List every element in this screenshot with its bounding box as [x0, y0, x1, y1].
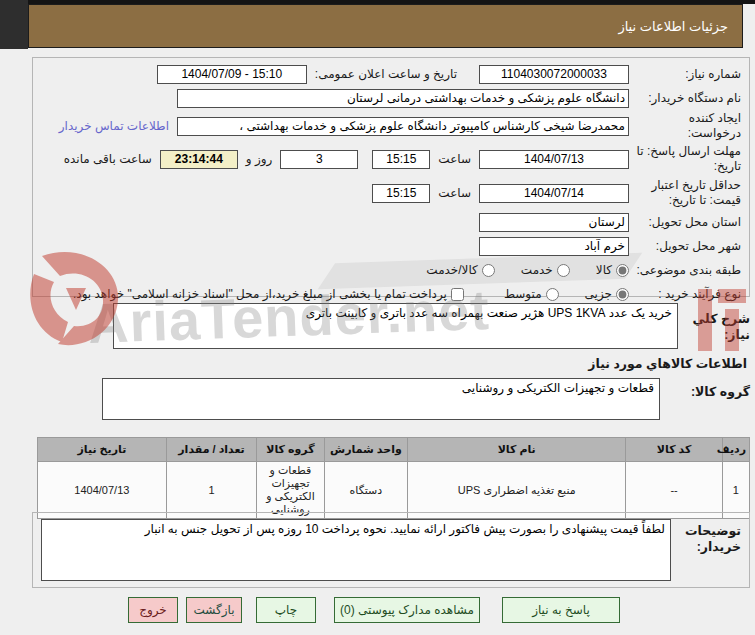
cell-item-name: منبع تغذیه اضطراری UPS: [408, 462, 626, 519]
cell-item-group: قطعات و تجهیزات الکتریکی و روشنایی: [257, 462, 324, 519]
col-unit: واحد شمارش: [324, 438, 407, 462]
days-and-label: روز و: [246, 152, 273, 166]
row-subject-category: طبقه بندی موضوعی: کالا خدمت کالا/خدمت: [39, 259, 741, 281]
request-creator-label: ایجاد کننده درخواست:: [629, 111, 741, 141]
window-frame-corner: [0, 0, 28, 49]
category-option-service[interactable]: خدمت: [521, 263, 570, 277]
category-goods-service-label: کالا/خدمت: [426, 263, 477, 277]
goods-group-textarea[interactable]: قطعات و تجهیزات الکتریکی و روشنایی: [102, 378, 660, 420]
cell-quantity: 1: [166, 462, 257, 519]
price-validity-label: حداقل تاریخ اعتبار قیمت: تا تاریخ:: [629, 178, 741, 208]
process-medium-radio[interactable]: [546, 288, 559, 301]
deadline-hour-label: ساعت: [438, 152, 471, 166]
col-row-number: ردیف: [722, 438, 749, 462]
buyer-notes-groupbox: توضیحات خریدار: لطفاً قیمت پیشنهادی را ب…: [32, 512, 750, 588]
process-medium-label: متوسط: [504, 287, 542, 301]
process-option-medium[interactable]: متوسط: [504, 287, 559, 301]
page-title: جزئیات اطلاعات نیاز: [618, 19, 728, 34]
exit-button[interactable]: خروج: [128, 597, 178, 623]
view-attachments-button[interactable]: مشاهده مدارک پیوستی (0): [334, 597, 480, 623]
need-description-section: شرح کلي نیاز: خرید یک عدد UPS 1KVA هژیر …: [32, 303, 750, 349]
row-response-deadline: مهلت ارسال پاسخ: تا تاریخ: ساعت روز و سا…: [39, 143, 741, 175]
back-button[interactable]: بازگشت: [186, 597, 242, 623]
need-description-label: شرح کلي نیاز:: [678, 303, 750, 349]
deadline-date-field[interactable]: [479, 150, 629, 169]
delivery-city-label: شهر محل تحویل:: [629, 239, 741, 254]
buyer-org-label: نام دستگاه خریدار:: [629, 91, 741, 106]
col-item-group: گروه کالا: [257, 438, 324, 462]
row-delivery-province: استان محل تحویل:: [39, 211, 741, 233]
cell-unit: دستگاه: [324, 462, 407, 519]
process-minor-radio[interactable]: [616, 288, 629, 301]
row-delivery-city: شهر محل تحویل:: [39, 235, 741, 257]
row-price-validity: حداقل تاریخ اعتبار قیمت: تا تاریخ: ساعت: [39, 177, 741, 209]
col-item-code: کد کالا: [626, 438, 723, 462]
category-option-goods-service[interactable]: کالا/خدمت: [426, 263, 494, 277]
respond-to-need-button[interactable]: پاسخ به نیاز: [502, 597, 620, 623]
col-need-date: تاریخ نیاز: [38, 438, 167, 462]
row-need-number: شماره نیاز: تاریخ و ساعت اعلان عمومی:: [39, 63, 741, 85]
need-number-label: شماره نیاز:: [629, 67, 741, 82]
category-service-label: خدمت: [521, 263, 553, 277]
need-number-field[interactable]: [479, 65, 629, 84]
goods-table-header-row: ردیف کد کالا نام کالا واحد شمارش گروه کا…: [38, 438, 750, 462]
goods-info-heading: اطلاعات کالاهاي مورد نیاز: [588, 356, 747, 371]
countdown-timer-field[interactable]: [160, 150, 238, 169]
row-process-type: نوع فرآیند خرید : جزیی متوسط پرداخت تمام…: [39, 283, 741, 305]
need-details-page: جزئیات اطلاعات نیاز AriaTender.net شماره…: [0, 0, 755, 635]
delivery-province-label: استان محل تحویل:: [629, 215, 741, 230]
deadline-time-field[interactable]: [372, 150, 430, 169]
cell-row-number: 1: [722, 462, 749, 519]
treasury-payment-checkbox[interactable]: [451, 288, 464, 301]
process-option-minor[interactable]: جزیی: [585, 287, 629, 301]
process-type-label: نوع فرآیند خرید :: [629, 287, 741, 302]
need-description-textarea[interactable]: خرید یک عدد UPS 1KVA هژیر صنعت بهمراه سه…: [113, 303, 678, 349]
buyer-contact-link[interactable]: اطلاعات تماس خریدار: [59, 119, 169, 133]
treasury-payment-label: پرداخت تمام یا بخشی از مبلغ خرید،از محل …: [73, 287, 447, 301]
category-service-radio[interactable]: [557, 264, 570, 277]
remaining-days-field[interactable]: [280, 150, 358, 169]
print-button[interactable]: چاپ: [256, 597, 316, 623]
response-deadline-label: مهلت ارسال پاسخ: تا تاریخ:: [629, 144, 741, 174]
buyer-org-field[interactable]: [177, 89, 629, 108]
goods-table-row: 1 -- منبع تغذیه اضطراری UPS دستگاه قطعات…: [38, 462, 750, 519]
col-quantity: تعداد / مقدار: [166, 438, 257, 462]
category-option-goods[interactable]: کالا: [596, 263, 629, 277]
category-goods-service-radio[interactable]: [482, 264, 495, 277]
treasury-payment-option[interactable]: پرداخت تمام یا بخشی از مبلغ خرید،از محل …: [73, 287, 464, 301]
validity-time-field[interactable]: [372, 184, 430, 203]
goods-group-label: گروه کالا:: [660, 378, 750, 420]
delivery-province-field[interactable]: [479, 213, 629, 232]
category-goods-label: کالا: [596, 263, 612, 277]
goods-group-section: گروه کالا: قطعات و تجهیزات الکتریکی و رو…: [32, 378, 750, 420]
announce-datetime-field[interactable]: [157, 65, 307, 84]
buyer-notes-textarea[interactable]: لطفاً قیمت پیشنهادی را بصورت پیش فاکتور …: [41, 519, 671, 581]
col-item-name: نام کالا: [408, 438, 626, 462]
row-buyer-org: نام دستگاه خریدار:: [39, 87, 741, 109]
validity-date-field[interactable]: [479, 184, 629, 203]
need-info-groupbox: شماره نیاز: تاریخ و ساعت اعلان عمومی: نا…: [32, 57, 750, 297]
process-minor-label: جزیی: [585, 287, 612, 301]
cell-item-code: --: [626, 462, 723, 519]
page-title-bar: جزئیات اطلاعات نیاز: [28, 4, 743, 48]
goods-table: ردیف کد کالا نام کالا واحد شمارش گروه کا…: [37, 437, 750, 519]
hours-remaining-label: ساعت باقی مانده: [64, 152, 152, 166]
announce-datetime-label: تاریخ و ساعت اعلان عمومی:: [315, 67, 457, 81]
category-goods-radio[interactable]: [616, 264, 629, 277]
buyer-notes-label: توضیحات خریدار:: [671, 519, 741, 556]
delivery-city-field[interactable]: [479, 237, 629, 256]
subject-category-label: طبقه بندی موضوعی:: [629, 263, 741, 278]
validity-hour-label: ساعت: [438, 186, 471, 200]
action-button-row: پاسخ به نیاز مشاهده مدارک پیوستی (0) چاپ…: [128, 597, 620, 623]
row-request-creator: ایجاد کننده درخواست: اطلاعات تماس خریدار: [39, 111, 741, 141]
cell-need-date: 1404/07/13: [38, 462, 167, 519]
request-creator-field[interactable]: [177, 117, 629, 136]
